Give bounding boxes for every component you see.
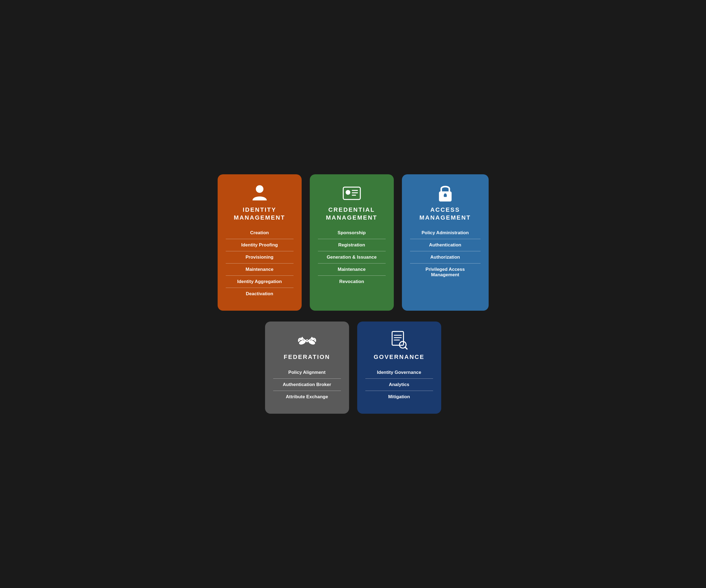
list-item: Maintenance [318, 263, 386, 275]
list-item: Identity Aggregation [226, 275, 293, 288]
svg-rect-11 [392, 331, 403, 345]
credential-management-title: CREDENTIAL MANAGEMENT [326, 206, 377, 222]
svg-line-16 [405, 347, 407, 349]
list-item: Authentication Broker [273, 379, 341, 391]
list-item: Creation [226, 227, 293, 239]
list-item: Provisioning [226, 251, 293, 263]
list-item: Identity Proofing [226, 239, 293, 251]
identity-management-items: Creation Identity Proofing Provisioning … [226, 227, 293, 300]
federation-title: FEDERATION [284, 353, 330, 361]
list-item: Mitigation [365, 391, 433, 403]
id-card-icon [342, 184, 361, 203]
svg-rect-5 [352, 195, 356, 196]
document-search-icon [390, 331, 409, 350]
list-item: Identity Governance [365, 366, 433, 379]
access-management-items: Policy Administration Authentication Aut… [410, 227, 480, 281]
access-management-title: ACCESS MANAGEMENT [419, 206, 471, 222]
svg-rect-3 [352, 190, 358, 191]
list-item: Generation & Issuance [318, 251, 386, 263]
handshake-icon [298, 331, 317, 350]
list-item: Analytics [365, 379, 433, 391]
list-item: Sponsorship [318, 227, 386, 239]
lock-icon [436, 184, 455, 203]
identity-management-title: IDENTITY MANAGEMENT [234, 206, 285, 222]
svg-point-0 [256, 185, 264, 193]
credential-management-card: CREDENTIAL MANAGEMENT Sponsorship Regist… [310, 174, 394, 311]
federation-items: Policy Alignment Authentication Broker A… [273, 366, 341, 403]
access-management-card: ACCESS MANAGEMENT Policy Administration … [402, 174, 488, 311]
list-item: Authorization [410, 251, 480, 263]
list-item: Authentication [410, 239, 480, 251]
governance-title: GOVERNANCE [374, 353, 425, 361]
list-item: Attribute Exchange [273, 391, 341, 403]
person-icon [250, 184, 269, 203]
list-item: Privileged Access Management [410, 263, 480, 281]
diagram-container: IDENTITY MANAGEMENT Creation Identity Pr… [218, 174, 488, 414]
list-item: Registration [318, 239, 386, 251]
svg-rect-1 [343, 187, 360, 199]
list-item: Deactivation [226, 288, 293, 300]
top-row: IDENTITY MANAGEMENT Creation Identity Pr… [218, 174, 488, 311]
governance-card: GOVERNANCE Identity Governance Analytics… [357, 321, 441, 414]
governance-items: Identity Governance Analytics Mitigation [365, 366, 433, 403]
svg-rect-4 [352, 193, 358, 194]
list-item: Revocation [318, 275, 386, 288]
credential-management-items: Sponsorship Registration Generation & Is… [318, 227, 386, 288]
list-item: Maintenance [226, 263, 293, 275]
identity-management-card: IDENTITY MANAGEMENT Creation Identity Pr… [218, 174, 302, 311]
svg-point-8 [444, 194, 446, 196]
list-item: Policy Administration [410, 227, 480, 239]
bottom-row: FEDERATION Policy Alignment Authenticati… [265, 321, 441, 414]
federation-card: FEDERATION Policy Alignment Authenticati… [265, 321, 349, 414]
svg-point-2 [346, 190, 350, 195]
list-item: Policy Alignment [273, 366, 341, 379]
